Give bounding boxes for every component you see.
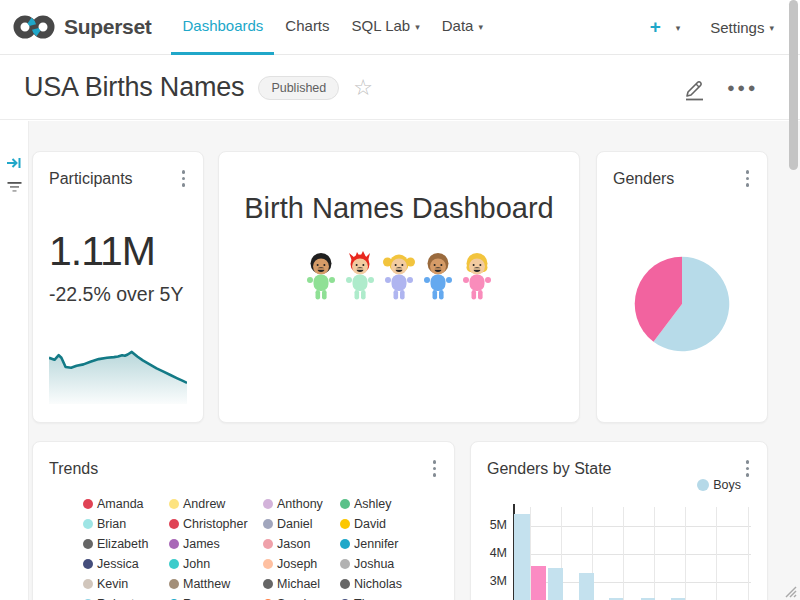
child-figure — [420, 251, 456, 303]
new-item-button[interactable]: + — [648, 16, 663, 38]
chevron-down-icon: ▾ — [478, 22, 483, 32]
legend-dot — [169, 539, 179, 549]
legend-item-boys[interactable]: Boys — [697, 478, 741, 492]
legend-dot — [83, 519, 93, 529]
navbar: Superset DashboardsChartsSQL Lab▾Data▾ +… — [0, 0, 800, 55]
participants-card: Participants 1.11M -22.5% over 5Y — [32, 151, 204, 423]
genders-pie-chart[interactable] — [630, 252, 734, 356]
legend-dot — [169, 559, 179, 569]
legend-item-jennifer[interactable]: Jennifer — [340, 534, 438, 554]
legend-label: Matthew — [183, 577, 230, 591]
legend-item-matthew[interactable]: Matthew — [169, 574, 263, 594]
legend-dot — [263, 519, 273, 529]
legend-item-michael[interactable]: Michael — [263, 574, 340, 594]
legend-dot — [263, 539, 273, 549]
markdown-heading: Birth Names Dashboard — [219, 192, 579, 225]
legend-dot — [83, 539, 93, 549]
nav-item-charts[interactable]: Charts — [274, 0, 340, 55]
y-axis-tick: 4M — [473, 546, 507, 560]
legend-label: Ashley — [354, 497, 392, 511]
resize-handle-icon[interactable] — [782, 583, 797, 598]
legend-item-amanda[interactable]: Amanda — [83, 494, 169, 514]
legend-item-brian[interactable]: Brian — [83, 514, 169, 534]
legend-item-sarah[interactable]: Sarah — [263, 594, 340, 600]
favorite-star-icon[interactable]: ☆ — [353, 77, 373, 99]
legend-label: Kevin — [97, 577, 128, 591]
child-figure — [459, 251, 495, 303]
legend-dot — [340, 539, 350, 549]
chart-title: Trends — [49, 460, 438, 478]
legend-item-andrew[interactable]: Andrew — [169, 494, 263, 514]
gridline — [654, 507, 655, 600]
expand-filter-bar-icon[interactable] — [6, 155, 23, 171]
legend-dot — [263, 559, 273, 569]
bar-boys-3[interactable] — [579, 573, 594, 600]
legend-item-joshua[interactable]: Joshua — [340, 554, 438, 574]
settings-menu[interactable]: Settings ▾ — [710, 19, 774, 36]
genders-by-state-card: Genders by State Boys 5M4M3M — [470, 441, 768, 600]
children-emoji-row — [219, 251, 579, 303]
bar-boys-0[interactable] — [514, 514, 530, 600]
legend-item-daniel[interactable]: Daniel — [263, 514, 340, 534]
child-figure — [342, 251, 378, 303]
legend-label: Boys — [713, 478, 741, 492]
legend-item-joseph[interactable]: Joseph — [263, 554, 340, 574]
superset-logo[interactable]: Superset — [12, 12, 151, 42]
filter-bar-collapsed — [0, 121, 29, 600]
chart-title: Genders — [613, 170, 751, 188]
legend-dot — [83, 579, 93, 589]
more-actions-icon[interactable]: ●●● — [727, 80, 758, 95]
legend-item-david[interactable]: David — [340, 514, 438, 534]
gridline — [623, 507, 624, 600]
legend-dot — [263, 499, 273, 509]
legend-label: Nicholas — [354, 577, 402, 591]
nav-item-sql-lab[interactable]: SQL Lab▾ — [341, 0, 431, 55]
legend-item-elizabeth[interactable]: Elizabeth — [83, 534, 169, 554]
filter-lines-icon[interactable] — [6, 181, 23, 194]
legend-label: Andrew — [183, 497, 225, 511]
legend-label: Michael — [277, 577, 320, 591]
child-figure — [381, 251, 417, 303]
chevron-down-icon[interactable]: ▾ — [676, 23, 681, 33]
legend-item-jason[interactable]: Jason — [263, 534, 340, 554]
published-badge[interactable]: Published — [258, 76, 339, 100]
legend-item-ryan[interactable]: Ryan — [169, 594, 263, 600]
legend-item-john[interactable]: John — [169, 554, 263, 574]
legend-item-james[interactable]: James — [169, 534, 263, 554]
nav-item-dashboards[interactable]: Dashboards — [171, 0, 274, 55]
legend-item-jessica[interactable]: Jessica — [83, 554, 169, 574]
legend-item-robert[interactable]: Robert — [83, 594, 169, 600]
legend-dot — [340, 579, 350, 589]
chart-title: Genders by State — [487, 460, 751, 478]
legend-label: Jason — [277, 537, 310, 551]
legend-item-kevin[interactable]: Kevin — [83, 574, 169, 594]
kebab-menu-icon[interactable] — [744, 168, 752, 189]
legend-label: Daniel — [277, 517, 312, 531]
nav-item-data[interactable]: Data▾ — [431, 0, 494, 55]
y-axis-tick: 5M — [473, 518, 507, 532]
legend-dot — [340, 559, 350, 569]
edit-pencil-icon[interactable] — [683, 75, 707, 101]
legend-item-anthony[interactable]: Anthony — [263, 494, 340, 514]
superset-infinity-icon — [12, 12, 58, 42]
child-figure — [303, 251, 339, 303]
participants-sparkline — [49, 338, 187, 404]
dashboard-body: Participants 1.11M -22.5% over 5Y Birth … — [0, 121, 800, 600]
brand-name: Superset — [64, 15, 151, 39]
legend-item-ashley[interactable]: Ashley — [340, 494, 438, 514]
legend-item-nicholas[interactable]: Nicholas — [340, 574, 438, 594]
legend-item-thomas[interactable]: Thomas — [340, 594, 438, 600]
legend-item-christopher[interactable]: Christopher — [169, 514, 263, 534]
vertical-scrollbar[interactable] — [789, 0, 798, 170]
kebab-menu-icon[interactable] — [744, 458, 752, 479]
legend-dot — [340, 499, 350, 509]
bar-girls-1[interactable] — [531, 566, 546, 600]
legend-dot — [169, 519, 179, 529]
legend-label: Brian — [97, 517, 126, 531]
legend-dot — [83, 559, 93, 569]
kebab-menu-icon[interactable] — [180, 168, 188, 189]
settings-label: Settings — [710, 19, 764, 36]
bar-boys-2[interactable] — [548, 568, 563, 600]
chart-title: Participants — [49, 170, 187, 188]
kebab-menu-icon[interactable] — [431, 458, 439, 479]
